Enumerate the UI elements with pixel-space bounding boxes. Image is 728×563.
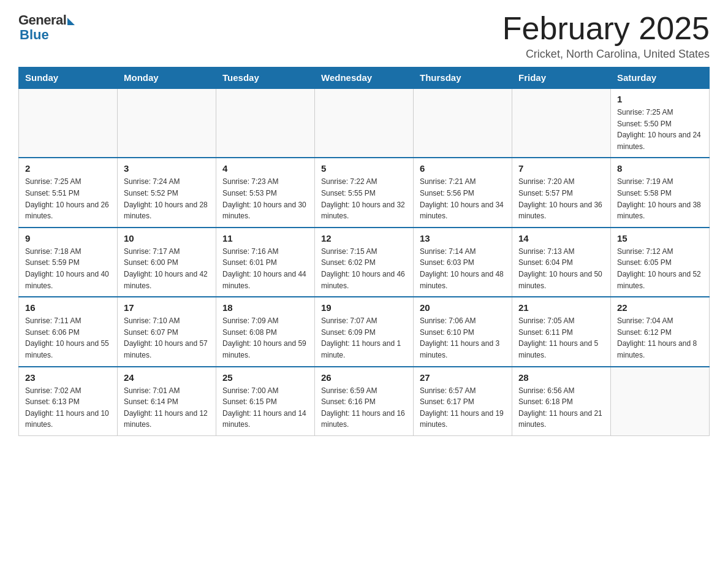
day-info: Sunrise: 7:21 AM Sunset: 5:56 PM Dayligh… [420, 176, 506, 221]
calendar-header-row: SundayMondayTuesdayWednesdayThursdayFrid… [19, 67, 710, 89]
calendar-cell: 3Sunrise: 7:24 AM Sunset: 5:52 PM Daylig… [118, 158, 216, 227]
day-number: 22 [617, 302, 703, 313]
day-number: 26 [321, 372, 407, 383]
week-row-1: 1Sunrise: 7:25 AM Sunset: 5:50 PM Daylig… [19, 88, 710, 158]
day-number: 4 [222, 163, 308, 174]
calendar-cell: 28Sunrise: 6:56 AM Sunset: 6:18 PM Dayli… [512, 367, 611, 436]
calendar-cell: 27Sunrise: 6:57 AM Sunset: 6:17 PM Dayli… [414, 367, 512, 436]
calendar-cell: 23Sunrise: 7:02 AM Sunset: 6:13 PM Dayli… [19, 367, 118, 436]
week-row-5: 23Sunrise: 7:02 AM Sunset: 6:13 PM Dayli… [19, 367, 710, 436]
day-number: 1 [617, 94, 703, 104]
day-info: Sunrise: 7:23 AM Sunset: 5:53 PM Dayligh… [222, 176, 308, 221]
calendar-cell [118, 88, 216, 158]
calendar-cell: 20Sunrise: 7:06 AM Sunset: 6:10 PM Dayli… [414, 297, 512, 366]
day-number: 10 [124, 233, 210, 243]
day-number: 20 [420, 302, 506, 313]
location-text: Cricket, North Carolina, United States [502, 48, 710, 61]
calendar-cell [414, 88, 512, 158]
day-number: 7 [518, 163, 604, 174]
day-info: Sunrise: 7:18 AM Sunset: 5:59 PM Dayligh… [25, 246, 111, 291]
day-info: Sunrise: 7:07 AM Sunset: 6:09 PM Dayligh… [321, 315, 407, 361]
page-header: General Blue February 2025 Cricket, Nort… [18, 12, 710, 61]
day-info: Sunrise: 7:22 AM Sunset: 5:55 PM Dayligh… [321, 176, 407, 221]
logo-general-text: General [18, 12, 66, 28]
day-number: 23 [25, 372, 111, 383]
calendar-cell: 1Sunrise: 7:25 AM Sunset: 5:50 PM Daylig… [611, 88, 710, 158]
day-header-saturday: Saturday [611, 67, 710, 89]
day-info: Sunrise: 7:16 AM Sunset: 6:01 PM Dayligh… [222, 246, 308, 291]
day-info: Sunrise: 7:00 AM Sunset: 6:15 PM Dayligh… [222, 385, 308, 431]
day-info: Sunrise: 7:17 AM Sunset: 6:00 PM Dayligh… [124, 246, 210, 291]
calendar-cell: 21Sunrise: 7:05 AM Sunset: 6:11 PM Dayli… [512, 297, 611, 366]
calendar-cell [512, 88, 611, 158]
week-row-3: 9Sunrise: 7:18 AM Sunset: 5:59 PM Daylig… [19, 228, 710, 297]
day-info: Sunrise: 6:57 AM Sunset: 6:17 PM Dayligh… [420, 385, 506, 431]
day-number: 5 [321, 163, 407, 174]
day-info: Sunrise: 6:59 AM Sunset: 6:16 PM Dayligh… [321, 385, 407, 431]
day-number: 19 [321, 302, 407, 313]
day-number: 16 [25, 302, 111, 313]
day-info: Sunrise: 7:11 AM Sunset: 6:06 PM Dayligh… [25, 315, 111, 361]
day-number: 21 [518, 302, 604, 313]
day-header-thursday: Thursday [414, 67, 512, 89]
calendar-cell: 24Sunrise: 7:01 AM Sunset: 6:14 PM Dayli… [118, 367, 216, 436]
calendar-cell: 4Sunrise: 7:23 AM Sunset: 5:53 PM Daylig… [216, 158, 315, 227]
calendar-cell [216, 88, 315, 158]
day-info: Sunrise: 7:05 AM Sunset: 6:11 PM Dayligh… [518, 315, 604, 361]
calendar-cell [611, 367, 710, 436]
calendar-cell: 22Sunrise: 7:04 AM Sunset: 6:12 PM Dayli… [611, 297, 710, 366]
calendar-cell: 14Sunrise: 7:13 AM Sunset: 6:04 PM Dayli… [512, 228, 611, 297]
calendar-cell: 9Sunrise: 7:18 AM Sunset: 5:59 PM Daylig… [19, 228, 118, 297]
day-header-sunday: Sunday [19, 67, 118, 89]
calendar-cell: 12Sunrise: 7:15 AM Sunset: 6:02 PM Dayli… [315, 228, 414, 297]
day-info: Sunrise: 7:01 AM Sunset: 6:14 PM Dayligh… [124, 385, 210, 431]
calendar-cell: 15Sunrise: 7:12 AM Sunset: 6:05 PM Dayli… [611, 228, 710, 297]
day-number: 27 [420, 372, 506, 383]
calendar-cell: 2Sunrise: 7:25 AM Sunset: 5:51 PM Daylig… [19, 158, 118, 227]
day-info: Sunrise: 7:25 AM Sunset: 5:51 PM Dayligh… [25, 176, 111, 221]
calendar-cell: 16Sunrise: 7:11 AM Sunset: 6:06 PM Dayli… [19, 297, 118, 366]
day-number: 6 [420, 163, 506, 174]
day-info: Sunrise: 7:12 AM Sunset: 6:05 PM Dayligh… [617, 246, 703, 291]
day-info: Sunrise: 7:24 AM Sunset: 5:52 PM Dayligh… [124, 176, 210, 221]
day-number: 9 [25, 233, 111, 243]
day-number: 28 [518, 372, 604, 383]
calendar-cell: 6Sunrise: 7:21 AM Sunset: 5:56 PM Daylig… [414, 158, 512, 227]
day-number: 18 [222, 302, 308, 313]
week-row-4: 16Sunrise: 7:11 AM Sunset: 6:06 PM Dayli… [19, 297, 710, 366]
day-header-tuesday: Tuesday [216, 67, 315, 89]
calendar-cell: 11Sunrise: 7:16 AM Sunset: 6:01 PM Dayli… [216, 228, 315, 297]
day-header-wednesday: Wednesday [315, 67, 414, 89]
calendar-cell: 7Sunrise: 7:20 AM Sunset: 5:57 PM Daylig… [512, 158, 611, 227]
day-number: 14 [518, 233, 604, 243]
calendar-cell: 25Sunrise: 7:00 AM Sunset: 6:15 PM Dayli… [216, 367, 315, 436]
day-number: 15 [617, 233, 703, 243]
day-info: Sunrise: 7:14 AM Sunset: 6:03 PM Dayligh… [420, 246, 506, 291]
day-info: Sunrise: 7:19 AM Sunset: 5:58 PM Dayligh… [617, 176, 703, 221]
calendar-cell: 26Sunrise: 6:59 AM Sunset: 6:16 PM Dayli… [315, 367, 414, 436]
month-title: February 2025 [502, 12, 710, 44]
day-number: 17 [124, 302, 210, 313]
day-info: Sunrise: 7:09 AM Sunset: 6:08 PM Dayligh… [222, 315, 308, 361]
logo-blue-text: Blue [18, 27, 49, 43]
day-number: 12 [321, 233, 407, 243]
day-number: 2 [25, 163, 111, 174]
day-info: Sunrise: 7:15 AM Sunset: 6:02 PM Dayligh… [321, 246, 407, 291]
calendar-cell: 17Sunrise: 7:10 AM Sunset: 6:07 PM Dayli… [118, 297, 216, 366]
calendar-cell: 19Sunrise: 7:07 AM Sunset: 6:09 PM Dayli… [315, 297, 414, 366]
calendar-table: SundayMondayTuesdayWednesdayThursdayFrid… [18, 67, 710, 436]
calendar-cell [19, 88, 118, 158]
day-number: 8 [617, 163, 703, 174]
calendar-cell: 10Sunrise: 7:17 AM Sunset: 6:00 PM Dayli… [118, 228, 216, 297]
day-number: 11 [222, 233, 308, 243]
day-info: Sunrise: 7:04 AM Sunset: 6:12 PM Dayligh… [617, 315, 703, 361]
day-number: 24 [124, 372, 210, 383]
day-info: Sunrise: 7:06 AM Sunset: 6:10 PM Dayligh… [420, 315, 506, 361]
calendar-cell: 13Sunrise: 7:14 AM Sunset: 6:03 PM Dayli… [414, 228, 512, 297]
logo: General Blue [18, 12, 75, 43]
day-header-friday: Friday [512, 67, 611, 89]
calendar-cell: 8Sunrise: 7:19 AM Sunset: 5:58 PM Daylig… [611, 158, 710, 227]
day-info: Sunrise: 7:02 AM Sunset: 6:13 PM Dayligh… [25, 385, 111, 431]
day-header-monday: Monday [118, 67, 216, 89]
day-info: Sunrise: 7:13 AM Sunset: 6:04 PM Dayligh… [518, 246, 604, 291]
